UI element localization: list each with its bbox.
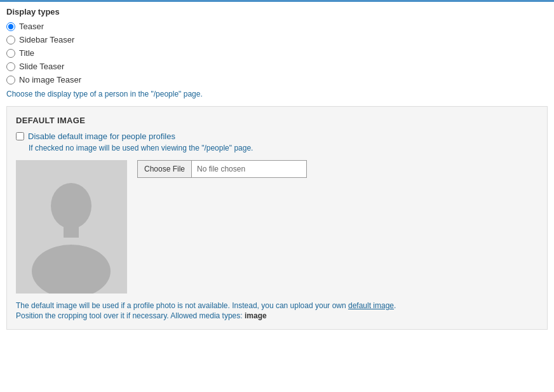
radio-option-no-image-teaser[interactable]: No image Teaser xyxy=(6,75,548,84)
default-image-section: DEFAULT IMAGE Disable default image for … xyxy=(6,106,548,330)
radio-option-teaser[interactable]: Teaser xyxy=(6,22,548,31)
disable-default-image-row[interactable]: Disable default image for people profile… xyxy=(16,132,538,141)
radio-option-slide-teaser[interactable]: Slide Teaser xyxy=(6,62,548,71)
radio-option-title[interactable]: Title xyxy=(6,48,548,58)
footer-line2-before: Position the cropping tool over it if ne… xyxy=(16,311,243,320)
footer-line-2: Position the cropping tool over it if ne… xyxy=(16,311,538,320)
radio-option-sidebar-teaser[interactable]: Sidebar Teaser xyxy=(6,35,548,44)
avatar-silhouette xyxy=(16,160,127,294)
file-input-display: Choose File No file chosen xyxy=(137,160,307,178)
radio-teaser[interactable] xyxy=(6,22,15,31)
disable-default-image-label[interactable]: Disable default image for people profile… xyxy=(28,132,175,141)
checkbox-description: If checked no image will be used when vi… xyxy=(29,144,538,152)
footer-default-image-link[interactable]: default image xyxy=(348,301,394,310)
radio-slide-teaser[interactable] xyxy=(6,62,15,71)
radio-slide-teaser-label[interactable]: Slide Teaser xyxy=(19,62,64,71)
page-content: Display types Teaser Sidebar Teaser Titl… xyxy=(0,2,554,336)
disable-default-image-checkbox[interactable] xyxy=(16,132,24,140)
radio-no-image-teaser[interactable] xyxy=(6,76,15,84)
file-input-wrapper: Choose File No file chosen xyxy=(137,160,307,178)
display-type-description: Choose the display type of a person in t… xyxy=(6,90,548,98)
radio-no-image-teaser-label[interactable]: No image Teaser xyxy=(19,75,81,84)
radio-teaser-label[interactable]: Teaser xyxy=(19,22,44,31)
display-types-heading: Display types xyxy=(6,7,548,17)
radio-sidebar-teaser-label[interactable]: Sidebar Teaser xyxy=(19,35,74,44)
footer-line-1: The default image will be used if a prof… xyxy=(16,301,538,310)
svg-rect-2 xyxy=(64,226,79,238)
svg-point-1 xyxy=(51,183,91,229)
radio-title-label[interactable]: Title xyxy=(19,48,34,58)
footer-line1-after: . xyxy=(394,301,396,310)
avatar-placeholder xyxy=(16,160,127,294)
choose-file-button[interactable]: Choose File xyxy=(138,161,192,177)
radio-title[interactable] xyxy=(6,49,15,58)
footer-line1-before: The default image will be used if a prof… xyxy=(16,301,346,310)
default-image-footer: The default image will be used if a prof… xyxy=(16,301,538,320)
radio-sidebar-teaser[interactable] xyxy=(6,36,15,44)
file-name-display: No file chosen xyxy=(192,161,306,177)
default-image-heading: DEFAULT IMAGE xyxy=(16,116,538,125)
footer-line2-bold: image xyxy=(245,311,267,320)
image-upload-row: Choose File No file chosen xyxy=(16,160,538,294)
